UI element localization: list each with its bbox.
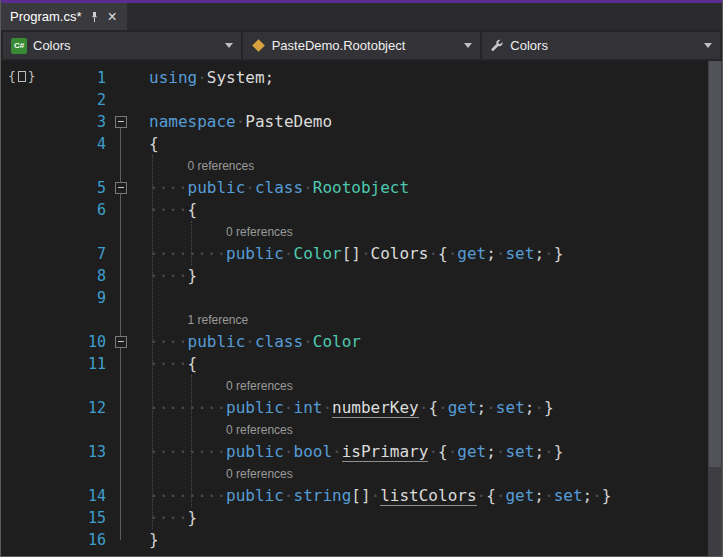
code-area: 1using·System;23namespace·PasteDemo4{0 r…: [1, 61, 708, 556]
whitespace-dots: ········: [149, 486, 226, 505]
whitespace-dots: ·: [592, 486, 602, 505]
codelens-line[interactable]: 0 references: [1, 419, 708, 441]
outlining-margin: [111, 243, 131, 265]
pin-icon[interactable]: [89, 11, 100, 23]
codelens-line[interactable]: 0 references: [1, 155, 708, 177]
whitespace-dots: ····: [149, 266, 188, 285]
whitespace-dots: ········: [149, 398, 226, 417]
line-number[interactable]: 11: [1, 353, 111, 375]
whitespace-dots: ·: [428, 244, 438, 263]
document-glyph-rect: [18, 71, 26, 82]
line-number[interactable]: 12: [1, 397, 111, 419]
whitespace-dots: ·: [486, 398, 496, 417]
codelens-line[interactable]: 1 reference: [1, 309, 708, 331]
code-token: using: [149, 68, 197, 87]
code-line[interactable]: 14········public·string[]·listColors·{·g…: [1, 485, 708, 507]
line-number[interactable]: 15: [1, 507, 111, 529]
project-dropdown[interactable]: C# Colors: [3, 32, 241, 59]
codelens-line[interactable]: 0 references: [1, 463, 708, 485]
outlining-margin: [111, 529, 131, 551]
code-token: ;: [477, 398, 487, 417]
whitespace-dots: ·: [245, 178, 255, 197]
code-token: }: [554, 244, 564, 263]
vertical-scrollbar[interactable]: [708, 61, 722, 556]
close-icon[interactable]: ×: [107, 9, 118, 25]
codelens-line[interactable]: 0 references: [1, 221, 708, 243]
line-number[interactable]: 3: [1, 111, 111, 133]
code-line[interactable]: 8····}: [1, 265, 708, 287]
code-line[interactable]: 1using·System;: [1, 67, 708, 89]
code-token: numberKey: [332, 398, 419, 418]
line-number[interactable]: 9: [1, 287, 111, 309]
code-token: {: [438, 442, 448, 461]
code-token: {: [438, 244, 448, 263]
code-line[interactable]: 9: [1, 287, 708, 309]
code-line[interactable]: 12········public·int·numberKey·{·get;·se…: [1, 397, 708, 419]
codelens-references[interactable]: 0 references: [131, 463, 293, 485]
outlining-margin: [111, 353, 131, 375]
code-text: namespace·PasteDemo: [131, 111, 332, 133]
document-braces-icon[interactable]: {}: [8, 69, 36, 84]
line-number[interactable]: 8: [1, 265, 111, 287]
line-number[interactable]: 16: [1, 529, 111, 551]
code-line[interactable]: 5····public·class·Rootobject: [1, 177, 708, 199]
code-line[interactable]: 3namespace·PasteDemo: [1, 111, 708, 133]
type-dropdown[interactable]: PasteDemo.Rootobject: [243, 32, 481, 59]
code-token: ;: [534, 486, 544, 505]
whitespace-dots: ·: [448, 442, 458, 461]
line-number[interactable]: 5: [1, 177, 111, 199]
outlining-margin: [111, 507, 131, 529]
csharp-file-icon: C#: [11, 38, 27, 54]
whitespace-dots: ·: [428, 442, 438, 461]
line-number[interactable]: 4: [1, 133, 111, 155]
codelens-references[interactable]: 0 references: [131, 375, 293, 397]
whitespace-dots: ·: [361, 244, 371, 263]
line-number[interactable]: 6: [1, 199, 111, 221]
code-line[interactable]: 4{: [1, 133, 708, 155]
code-line[interactable]: 11····{: [1, 353, 708, 375]
code-token: {: [188, 200, 198, 219]
navigation-bar: C# Colors PasteDemo.Rootobject Colors: [1, 30, 722, 61]
line-number[interactable]: 7: [1, 243, 111, 265]
code-line[interactable]: 7········public·Color[]·Colors·{·get;·se…: [1, 243, 708, 265]
fold-collapse-icon[interactable]: [115, 336, 127, 348]
whitespace-dots: ·: [236, 112, 246, 131]
fold-collapse-icon[interactable]: [115, 116, 127, 128]
codelens-references[interactable]: 0 references: [131, 155, 254, 177]
line-number: [1, 375, 111, 397]
code-editor[interactable]: {} 1using·System;23namespace·PasteDemo4{…: [1, 61, 722, 556]
code-line[interactable]: 15····}: [1, 507, 708, 529]
line-number[interactable]: 2: [1, 89, 111, 111]
whitespace-dots: ····: [149, 354, 188, 373]
code-token: }: [149, 530, 159, 549]
code-token: set: [505, 244, 534, 263]
code-line[interactable]: 10····public·class·Color: [1, 331, 708, 353]
code-token: Color: [294, 244, 342, 263]
member-dropdown[interactable]: Colors: [482, 32, 720, 59]
whitespace-dots: ·: [197, 68, 207, 87]
code-line[interactable]: 2: [1, 89, 708, 111]
document-tab-strip: Program.cs* ×: [1, 3, 722, 30]
fold-collapse-icon[interactable]: [115, 182, 127, 194]
outlining-margin: [111, 221, 131, 243]
tab-program-cs[interactable]: Program.cs* ×: [1, 3, 127, 30]
code-line[interactable]: 6····{: [1, 199, 708, 221]
code-token: public: [226, 486, 284, 505]
code-text: ····{: [131, 199, 197, 221]
codelens-references[interactable]: 0 references: [131, 221, 293, 243]
code-token: []: [351, 486, 370, 505]
code-line[interactable]: 13········public·bool·isPrimary·{·get;·s…: [1, 441, 708, 463]
codelens-references[interactable]: 0 references: [131, 419, 293, 441]
code-token: System: [207, 68, 265, 87]
outlining-margin: [111, 397, 131, 419]
code-token: {: [149, 134, 159, 153]
code-text: ····}: [131, 265, 197, 287]
scrollbar-thumb[interactable]: [709, 61, 721, 467]
whitespace-dots: ·: [245, 332, 255, 351]
line-number[interactable]: 10: [1, 331, 111, 353]
codelens-line[interactable]: 0 references: [1, 375, 708, 397]
codelens-references[interactable]: 1 reference: [131, 309, 248, 331]
line-number[interactable]: 14: [1, 485, 111, 507]
code-line[interactable]: 16}: [1, 529, 708, 551]
line-number[interactable]: 13: [1, 441, 111, 463]
